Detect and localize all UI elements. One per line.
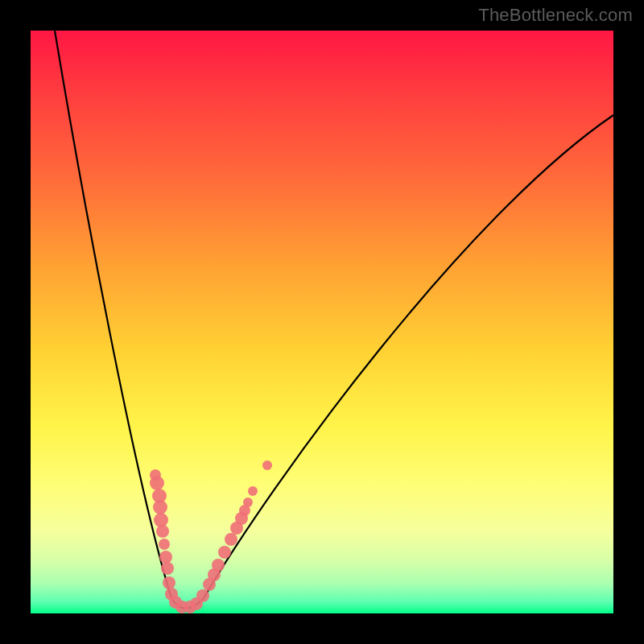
data-marker (156, 525, 169, 538)
data-marker (150, 476, 164, 490)
plot-area (31, 31, 613, 613)
data-markers (150, 460, 272, 613)
bottleneck-curve (55, 31, 613, 609)
data-marker (248, 486, 258, 496)
curve-layer (31, 31, 613, 613)
data-marker (225, 533, 237, 546)
data-marker (159, 539, 170, 550)
data-marker (262, 460, 272, 470)
data-marker (163, 576, 175, 589)
data-marker (159, 551, 172, 564)
watermark-text: TheBottleneck.com (478, 5, 633, 26)
chart-frame: TheBottleneck.com (0, 0, 644, 644)
data-marker (196, 589, 209, 602)
data-marker (212, 559, 225, 572)
data-marker (161, 562, 174, 575)
data-marker (243, 497, 253, 507)
data-marker (218, 546, 231, 559)
data-marker (153, 500, 167, 514)
